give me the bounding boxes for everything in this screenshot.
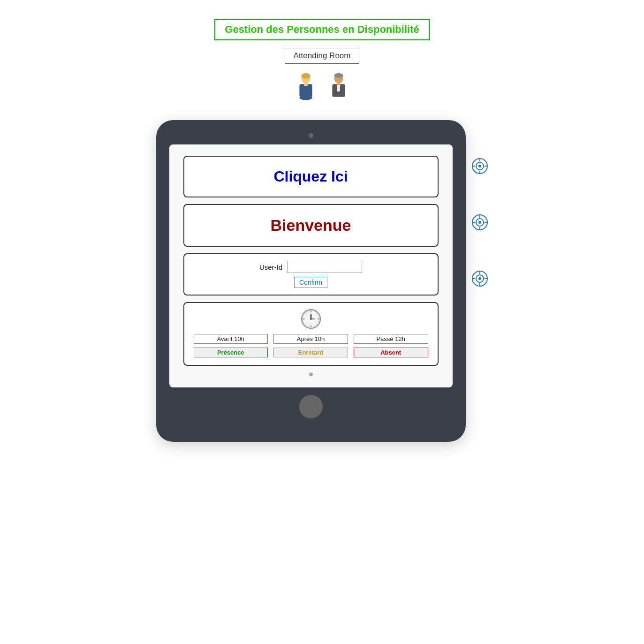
bienvenue-panel: Bienvenue (183, 204, 439, 247)
svg-point-22 (478, 165, 481, 167)
svg-rect-3 (304, 83, 308, 86)
cliquez-panel[interactable]: Cliquez Ici (183, 156, 439, 197)
clock-icon (301, 309, 321, 329)
page-subtitle: Attending Room (285, 48, 360, 64)
svg-point-4 (299, 96, 312, 100)
speaker-icon-1[interactable] (471, 158, 488, 174)
bienvenue-label: Bienvenue (194, 212, 428, 238)
status-enretard[interactable]: Enretard (273, 348, 348, 357)
time-grid: Avant 10h Après 10h Passé 12h Présence E… (194, 334, 428, 357)
tablet-camera (309, 133, 313, 138)
cliquez-button[interactable]: Cliquez Ici (194, 164, 428, 189)
svg-point-19 (310, 318, 312, 320)
speaker-icon-3[interactable] (471, 270, 488, 287)
status-absent[interactable]: Absent (354, 348, 428, 357)
svg-point-6 (334, 73, 343, 78)
svg-rect-10 (337, 85, 340, 91)
clock-panel: Avant 10h Après 10h Passé 12h Présence E… (183, 302, 439, 366)
tablet-frame: Cliquez Ici Bienvenue User-Id Confirm (156, 120, 466, 442)
side-icons (471, 158, 488, 287)
status-presence[interactable]: Présence (194, 348, 268, 357)
male-icon (325, 73, 353, 106)
userid-input[interactable] (287, 261, 362, 273)
time-label-avant: Avant 10h (194, 334, 268, 344)
userid-label: User-Id (259, 263, 282, 271)
userid-panel: User-Id Confirm (183, 253, 439, 295)
confirm-button[interactable]: Confirm (294, 277, 327, 288)
svg-point-36 (478, 277, 481, 280)
female-icon (292, 73, 320, 106)
userid-row: User-Id (259, 261, 362, 273)
screen-dots (183, 372, 439, 376)
person-icons (292, 73, 353, 106)
time-label-apres: Après 10h (273, 334, 348, 344)
svg-point-1 (301, 73, 310, 79)
page-title: Gestion des Personnes en Disponibilité (214, 19, 429, 40)
tablet-wrapper: Cliquez Ici Bienvenue User-Id Confirm (156, 120, 488, 442)
svg-rect-2 (299, 84, 312, 97)
speaker-icon-2[interactable] (471, 214, 488, 231)
tablet-home-button[interactable] (299, 395, 323, 418)
svg-point-29 (478, 221, 481, 224)
screen-dot-1 (309, 372, 313, 376)
time-label-passe: Passé 12h (354, 334, 428, 344)
tablet-screen: Cliquez Ici Bienvenue User-Id Confirm (169, 144, 453, 387)
